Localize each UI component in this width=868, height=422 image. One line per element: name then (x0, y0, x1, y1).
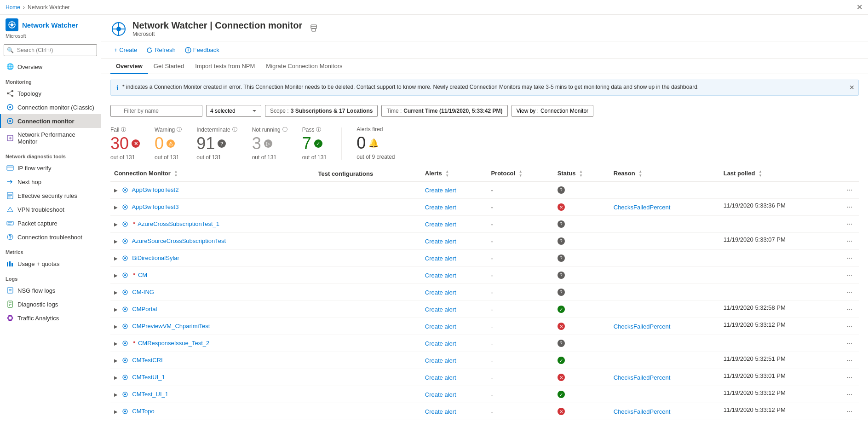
expand-button[interactable]: ▶ (114, 409, 118, 414)
monitor-name[interactable]: CM-ING (132, 289, 154, 295)
subscription-select[interactable]: 4 selected (206, 105, 261, 117)
row-more-button[interactable]: ··· (844, 355, 855, 365)
sidebar-item-diagnostic-logs[interactable]: Diagnostic logs (0, 297, 101, 311)
row-more-button[interactable]: ··· (844, 389, 855, 399)
view-by-button[interactable]: View by : Connection Monitor (512, 105, 594, 117)
row-more-button[interactable]: ··· (844, 236, 855, 246)
close-button[interactable]: ✕ (857, 3, 862, 12)
row-more-button[interactable]: ··· (844, 338, 855, 348)
scope-button[interactable]: Scope : 3 Subscriptions & 17 Locations (265, 105, 378, 117)
time-button[interactable]: Time : Current Time (11/19/2020, 5:33:42… (381, 105, 507, 117)
monitor-name[interactable]: AppGwTopoTest2 (132, 186, 179, 193)
close-banner-button[interactable]: ✕ (849, 84, 855, 91)
create-alert-link[interactable]: Create alert (425, 408, 456, 415)
row-more-button[interactable]: ··· (844, 185, 855, 195)
expand-button[interactable]: ▶ (114, 239, 118, 244)
reason-link[interactable]: ChecksFailedPercent (614, 374, 671, 381)
expand-button[interactable]: ▶ (114, 273, 118, 278)
print-button[interactable] (310, 24, 318, 34)
monitor-name[interactable]: CMPreviewVM_ChparimiTest (132, 323, 210, 330)
filter-input[interactable] (110, 105, 202, 117)
create-button[interactable]: + Create (110, 44, 141, 56)
create-alert-link[interactable]: Create alert (425, 238, 456, 245)
sidebar-item-topology[interactable]: Topology (0, 87, 101, 100)
expand-button[interactable]: ▶ (114, 375, 118, 380)
sidebar-item-traffic-analytics[interactable]: Traffic Analytics (0, 311, 101, 325)
create-alert-link[interactable]: Create alert (425, 221, 456, 228)
expand-button[interactable]: ▶ (114, 256, 118, 261)
expand-button[interactable]: ▶ (114, 290, 118, 295)
create-alert-link[interactable]: Create alert (425, 340, 456, 347)
expand-button[interactable]: ▶ (114, 392, 118, 397)
create-alert-link[interactable]: Create alert (425, 255, 456, 262)
sidebar-item-next-hop[interactable]: Next hop (0, 175, 101, 189)
sort-last-polled[interactable]: ▲▼ (759, 170, 762, 178)
monitor-name[interactable]: AppGwTopoTest3 (132, 203, 179, 210)
sort-connection-monitor[interactable]: ▲▼ (174, 170, 178, 178)
expand-button[interactable]: ▶ (114, 205, 118, 210)
sidebar-search-input[interactable] (4, 44, 97, 56)
row-more-button[interactable]: ··· (844, 372, 855, 382)
feedback-button[interactable]: Feedback (181, 44, 223, 56)
row-more-button[interactable]: ··· (844, 253, 855, 263)
create-alert-link[interactable]: Create alert (425, 187, 456, 194)
monitor-name[interactable]: CMPortal (132, 306, 157, 312)
expand-button[interactable]: ▶ (114, 324, 118, 329)
monitor-name[interactable]: CM (138, 272, 147, 278)
create-alert-link[interactable]: Create alert (425, 272, 456, 279)
monitor-name[interactable]: AzureSourceCrossSubscriptionTest (132, 237, 226, 244)
sort-protocol[interactable]: ▲▼ (519, 170, 523, 178)
tab-get-started[interactable]: Get Started (148, 59, 190, 74)
tab-overview[interactable]: Overview (110, 59, 148, 74)
sidebar-item-packet-capture[interactable]: Packet capture (0, 216, 101, 230)
expand-button[interactable]: ▶ (114, 307, 118, 312)
create-alert-link[interactable]: Create alert (425, 306, 456, 313)
row-more-button[interactable]: ··· (844, 202, 855, 212)
sidebar-item-connection-classic[interactable]: Connection monitor (Classic) (0, 100, 101, 114)
expand-button[interactable]: ▶ (114, 222, 118, 227)
row-more-button[interactable]: ··· (844, 304, 855, 314)
reason-link[interactable]: ChecksFailedPercent (614, 408, 671, 415)
row-more-button[interactable]: ··· (844, 219, 855, 229)
create-alert-link[interactable]: Create alert (425, 204, 456, 211)
monitor-name[interactable]: BiDirectionalSylar (132, 254, 179, 261)
sort-reason[interactable]: ▲▼ (638, 170, 642, 178)
row-more-button[interactable]: ··· (844, 270, 855, 280)
create-alert-link[interactable]: Create alert (425, 357, 456, 364)
sidebar-item-vpn-troubleshoot[interactable]: VPN troubleshoot (0, 202, 101, 216)
sidebar-item-usage-quotas[interactable]: Usage + quotas (0, 257, 101, 271)
create-alert-link[interactable]: Create alert (425, 374, 456, 381)
create-alert-link[interactable]: Create alert (425, 391, 456, 398)
sort-alerts[interactable]: ▲▼ (445, 170, 449, 178)
monitor-name[interactable]: CMTest_UI_1 (132, 391, 168, 398)
expand-button[interactable]: ▶ (114, 341, 118, 346)
monitor-name[interactable]: CMTopo (132, 408, 154, 415)
expand-button[interactable]: ▶ (114, 188, 118, 193)
sidebar-item-connection-troubleshoot[interactable]: Connection troubleshoot (0, 230, 101, 244)
sidebar-item-nsg-flow[interactable]: NSG flow logs (0, 283, 101, 297)
create-alert-link[interactable]: Create alert (425, 323, 456, 330)
breadcrumb-home[interactable]: Home (6, 4, 20, 11)
sidebar-item-connection-monitor[interactable]: Connection monitor (0, 114, 101, 128)
cell-reason: ChecksFailedPercent (610, 199, 720, 216)
monitor-name[interactable]: AzureCrossSubscriptionTest_1 (138, 220, 219, 227)
tab-migrate[interactable]: Migrate Connection Monitors (260, 59, 348, 74)
create-alert-link[interactable]: Create alert (425, 289, 456, 296)
monitor-name[interactable]: CMResponseIssue_Test_2 (138, 340, 209, 347)
row-more-button[interactable]: ··· (844, 287, 855, 297)
refresh-button[interactable]: Refresh (143, 44, 179, 56)
cell-reason (610, 284, 720, 301)
tab-import-npm[interactable]: Import tests from NPM (190, 59, 260, 74)
monitor-name[interactable]: CMTestCRI (132, 357, 162, 364)
sort-status[interactable]: ▲▼ (579, 170, 583, 178)
sidebar-item-ip-flow[interactable]: IP flow verify (0, 161, 101, 175)
row-more-button[interactable]: ··· (844, 321, 855, 331)
sidebar-item-security-rules[interactable]: Effective security rules (0, 189, 101, 202)
sidebar-item-overview[interactable]: 🌐 Overview (0, 60, 101, 74)
reason-link[interactable]: ChecksFailedPercent (614, 204, 671, 211)
expand-button[interactable]: ▶ (114, 358, 118, 363)
sidebar-item-npm[interactable]: Network Performance Monitor (0, 128, 101, 148)
monitor-name[interactable]: CMTestUI_1 (132, 374, 165, 381)
row-more-button[interactable]: ··· (844, 406, 855, 416)
reason-link[interactable]: ChecksFailedPercent (614, 323, 671, 330)
